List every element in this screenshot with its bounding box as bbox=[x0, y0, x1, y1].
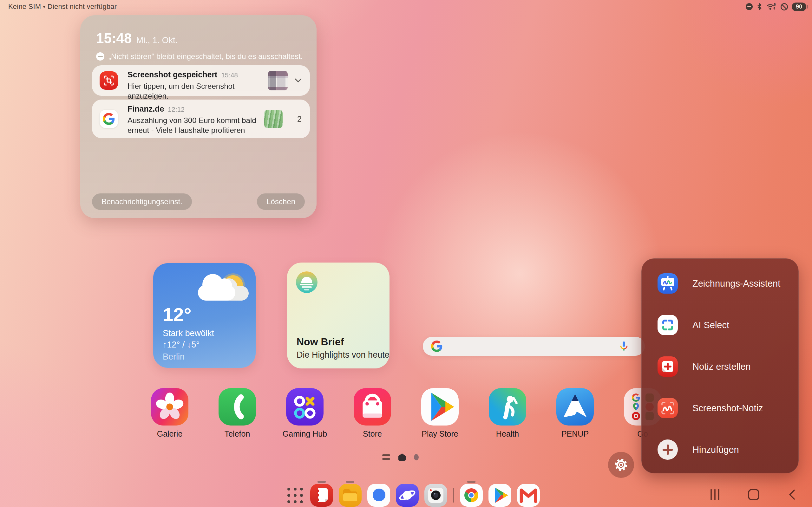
notification-finanz[interactable]: Finanz.de 12:12 Auszahlung von 300 Euro … bbox=[92, 100, 310, 138]
app-label: PENUP bbox=[546, 429, 604, 439]
home-settings-button[interactable] bbox=[608, 452, 634, 478]
menu-item-ai-select[interactable]: AI Select bbox=[657, 315, 789, 335]
dock-app-gmail[interactable] bbox=[517, 484, 540, 507]
now-brief-title: Now Brief bbox=[296, 336, 344, 348]
notification-body: Auszahlung von 300 Euro kommt bald erneu… bbox=[127, 115, 262, 135]
telefon-icon bbox=[219, 388, 256, 426]
weather-temperature: 12° bbox=[163, 304, 192, 326]
health-icon bbox=[489, 388, 526, 426]
notification-title: Screenshot gespeichert bbox=[127, 70, 217, 79]
notification-screenshot[interactable]: Screenshot gespeichert 15:48 Hier tippen… bbox=[92, 65, 310, 96]
create-note-icon bbox=[657, 356, 678, 377]
media-page-icon[interactable] bbox=[382, 454, 390, 460]
now-brief-icon bbox=[296, 271, 318, 293]
dock-app-notes[interactable] bbox=[310, 484, 333, 507]
app-telefon[interactable]: Telefon bbox=[209, 388, 266, 439]
app-label: Health bbox=[479, 429, 536, 439]
recents-button[interactable] bbox=[708, 488, 722, 502]
page-dot[interactable] bbox=[414, 454, 419, 460]
play-store-icon bbox=[421, 388, 458, 426]
play-store-icon bbox=[488, 484, 511, 507]
weather-widget[interactable]: 12° Stark bewölkt ↑12° / ↓5° Berlin bbox=[153, 263, 256, 368]
screenshot-thumbnail bbox=[268, 71, 288, 90]
menu-item-screenshot-note[interactable]: Screenshot-Notiz bbox=[657, 398, 789, 418]
back-button[interactable] bbox=[786, 488, 799, 502]
dock-app-chrome[interactable] bbox=[460, 484, 483, 507]
status-bar: Keine SIM • Dienst nicht verfügbar 5 90 bbox=[0, 0, 812, 13]
menu-item-create-note[interactable]: Notiz erstellen bbox=[657, 356, 789, 377]
menu-item-label: Screenshot-Notiz bbox=[692, 403, 763, 413]
dnd-icon bbox=[746, 3, 753, 10]
app-health[interactable]: Health bbox=[479, 388, 536, 439]
wifi-icon: 5 bbox=[766, 2, 777, 11]
galerie-icon bbox=[151, 388, 188, 426]
store-icon bbox=[354, 388, 391, 426]
app-galerie[interactable]: Galerie bbox=[141, 388, 198, 439]
dock-app-messages[interactable] bbox=[367, 484, 390, 507]
running-indicator bbox=[467, 481, 476, 483]
apps-grid-button[interactable] bbox=[285, 486, 305, 505]
home-icon bbox=[747, 488, 760, 501]
page-indicator[interactable] bbox=[382, 453, 419, 461]
google-app-icon bbox=[100, 110, 118, 128]
dock-app-play-store[interactable] bbox=[488, 484, 511, 507]
app-label: Play Store bbox=[412, 429, 469, 439]
notification-panel: 15:48 Mi., 1. Okt. „Nicht stören“ bleibt… bbox=[80, 15, 317, 218]
apps-grid-icon bbox=[285, 486, 305, 505]
no-sim-icon bbox=[780, 3, 789, 11]
mini-google-icon bbox=[632, 393, 640, 402]
now-brief-subtitle: Die Highlights von heute bbox=[296, 350, 389, 360]
google-g-icon bbox=[431, 341, 442, 352]
home-button[interactable] bbox=[747, 488, 761, 502]
running-indicator bbox=[318, 481, 326, 483]
drawing-assist-icon bbox=[657, 273, 678, 294]
voice-search-mic-icon[interactable] bbox=[618, 341, 630, 352]
app-gaming-hub[interactable]: Gaming Hub bbox=[276, 388, 333, 439]
spen-context-menu: Zeichnungs-Assistent AI Select Notiz ers… bbox=[641, 259, 799, 473]
mini-maps-icon bbox=[632, 403, 640, 411]
dock-app-internet[interactable] bbox=[396, 484, 419, 507]
gaming-hub-icon bbox=[286, 388, 324, 426]
google-search-bar[interactable] bbox=[423, 337, 645, 356]
penup-icon bbox=[556, 388, 594, 426]
app-store[interactable]: Store bbox=[344, 388, 401, 439]
weather-high-low: ↑12° / ↓5° bbox=[163, 340, 200, 350]
dock-separator bbox=[453, 488, 454, 503]
app-play-store[interactable]: Play Store bbox=[412, 388, 469, 439]
dock-app-files[interactable] bbox=[339, 484, 362, 507]
panel-clock: 15:48 bbox=[96, 31, 132, 46]
notification-settings-button[interactable]: Benachrichtigungseinst. bbox=[92, 193, 192, 210]
back-icon bbox=[786, 488, 799, 501]
app-label: Gaming Hub bbox=[276, 429, 333, 439]
notes-icon bbox=[310, 484, 333, 507]
notification-time: 12:12 bbox=[168, 106, 184, 113]
gear-icon bbox=[614, 457, 628, 472]
dnd-status-row[interactable]: „Nicht stören“ bleibt eingeschaltet, bis… bbox=[96, 52, 303, 61]
clear-notifications-button[interactable]: Löschen bbox=[257, 193, 305, 210]
menu-item-drawing-assist[interactable]: Zeichnungs-Assistent bbox=[657, 273, 789, 294]
recents-icon bbox=[709, 488, 721, 501]
article-thumbnail bbox=[264, 110, 283, 128]
battery-indicator: 90 bbox=[792, 3, 806, 11]
chrome-icon bbox=[460, 484, 483, 507]
menu-item-add[interactable]: Hinzufügen bbox=[657, 440, 789, 460]
samsung-internet-icon bbox=[396, 484, 419, 507]
expand-chevron-icon[interactable] bbox=[293, 77, 303, 84]
mini-ytmusic-icon bbox=[632, 412, 640, 420]
dock-app-camera[interactable] bbox=[424, 484, 447, 507]
bluetooth-icon bbox=[756, 3, 763, 11]
files-folder-icon bbox=[339, 484, 362, 507]
running-indicator bbox=[346, 481, 354, 483]
notification-time: 15:48 bbox=[221, 71, 238, 79]
notification-count-badge: 2 bbox=[297, 114, 302, 124]
notification-title: Finanz.de bbox=[127, 104, 164, 114]
home-page-icon[interactable] bbox=[398, 453, 406, 461]
now-brief-widget[interactable]: Now Brief Die Highlights von heute bbox=[287, 263, 389, 369]
app-penup[interactable]: PENUP bbox=[546, 388, 604, 439]
menu-item-label: AI Select bbox=[692, 320, 729, 330]
menu-item-label: Hinzufügen bbox=[692, 445, 739, 455]
dnd-message: „Nicht stören“ bleibt eingeschaltet, bis… bbox=[108, 52, 303, 61]
app-label: Galerie bbox=[141, 429, 198, 439]
navigation-bar bbox=[708, 488, 799, 502]
panel-date: Mi., 1. Okt. bbox=[137, 36, 178, 45]
